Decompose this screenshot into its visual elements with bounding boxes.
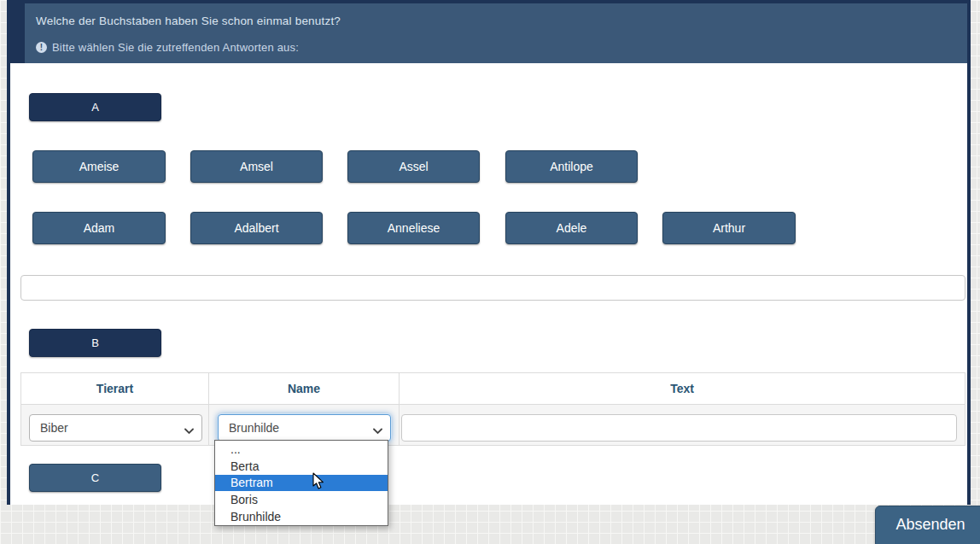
answer-button-antilope[interactable]: Antilope (505, 150, 638, 183)
column-header-text: Text (400, 373, 965, 404)
question-header: Welche der Buchstaben haben Sie schon ei… (10, 3, 967, 63)
question-title: Welche der Buchstaben haben Sie schon ei… (36, 15, 341, 27)
dropdown-option-ellipsis[interactable]: ... (215, 441, 388, 458)
page: Welche der Buchstaben haben Sie schon ei… (0, 0, 980, 544)
submit-button[interactable]: Absenden (875, 506, 980, 544)
section-button-b[interactable]: B (29, 329, 161, 357)
answer-button-arthur[interactable]: Arthur (662, 212, 796, 244)
table-header-row: Tierart Name Text (21, 373, 965, 405)
answer-button-anneliese[interactable]: Anneliese (347, 212, 480, 244)
answer-button-amsel[interactable]: Amsel (190, 150, 323, 183)
answer-button-adalbert[interactable]: Adalbert (190, 212, 323, 244)
answer-button-ameise[interactable]: Ameise (32, 150, 166, 183)
header-accent-bar (10, 3, 25, 63)
name-select-dropdown: ... Berta Bertram Boris Brunhilde (214, 440, 388, 526)
tierart-select-value: Biber (40, 421, 68, 435)
form-panel: Welche der Buchstaben haben Sie schon ei… (7, 0, 971, 505)
section-button-c[interactable]: C (29, 464, 161, 492)
dropdown-option-bertram[interactable]: Bertram (215, 475, 388, 492)
column-header-tierart: Tierart (21, 373, 209, 404)
free-text-input[interactable] (20, 275, 965, 301)
section-button-a[interactable]: A (29, 93, 161, 121)
name-select-value: Brunhilde (229, 421, 279, 435)
dropdown-option-boris[interactable]: Boris (215, 491, 388, 508)
column-header-name: Name (209, 373, 400, 404)
name-select[interactable]: Brunhilde (218, 414, 391, 442)
chevron-down-icon (373, 424, 382, 437)
dropdown-option-berta[interactable]: Berta (215, 458, 388, 475)
answer-button-assel[interactable]: Assel (347, 150, 480, 183)
dropdown-option-brunhilde[interactable]: Brunhilde (215, 508, 388, 525)
answer-button-adele[interactable]: Adele (505, 212, 638, 244)
question-instruction: Bitte wählen Sie die zutreffenden Antwor… (52, 41, 299, 54)
question-instruction-line: ! Bitte wählen Sie die zutreffenden Antw… (36, 41, 299, 54)
exclamation-circle-icon: ! (36, 42, 47, 53)
row-text-input[interactable] (401, 414, 957, 442)
chevron-down-icon (184, 424, 194, 437)
answer-button-adam[interactable]: Adam (32, 212, 166, 244)
tierart-select[interactable]: Biber (29, 414, 202, 442)
